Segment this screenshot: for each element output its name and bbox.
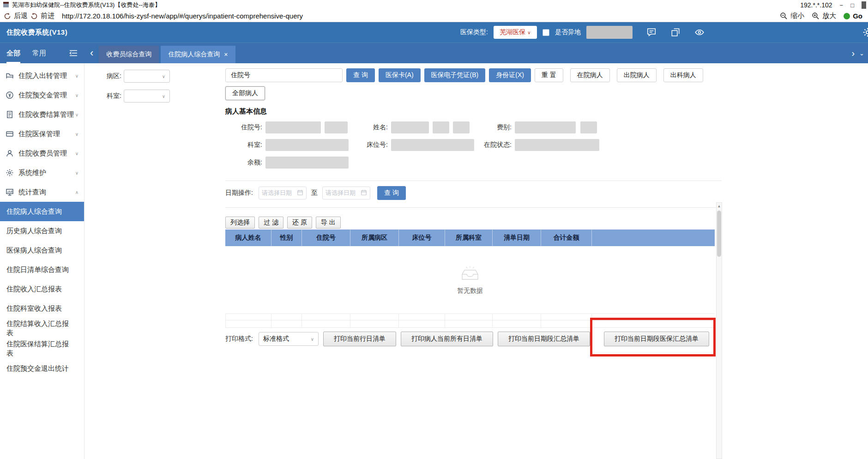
go-button[interactable]: Go	[853, 12, 862, 20]
zoom-out-icon[interactable]	[780, 12, 788, 20]
sidebar-subitem-insurance-settle-summary[interactable]: 住院医保结算汇总报表	[0, 338, 84, 359]
col-bed-no[interactable]: 床位号	[399, 230, 445, 246]
sidebar-item-statistics[interactable]: 统计查询 ∧	[0, 182, 84, 202]
col-ward[interactable]: 所属病区	[350, 230, 399, 246]
sidebar-subitem-daily-list-query[interactable]: 住院日清单综合查询	[0, 260, 84, 279]
e-voucher-button[interactable]: 医保电子凭证(B)	[424, 68, 486, 82]
gear-icon[interactable]	[862, 27, 868, 37]
sidebar-item-inout-transfer[interactable]: 住院入出转管理 ∨	[0, 66, 84, 85]
app-body: 住院入出转管理 ∨ 住院预交金管理 ∨ 住院收费结算管理 ∨ 住院医保管理 ∨ …	[0, 64, 868, 459]
sidebar-subitem-income-summary[interactable]: 住院收入汇总报表	[0, 279, 84, 299]
zoom-in-icon[interactable]	[812, 12, 820, 20]
sidebar-subitem-insurance-query[interactable]: 医保病人综合查询	[0, 241, 84, 260]
eye-icon[interactable]	[694, 27, 705, 37]
url-text[interactable]: http://172.20.18.106/his-zysf-new/app/#/…	[62, 12, 303, 20]
print-current-row-button[interactable]: 打印当前行日清单	[323, 332, 396, 346]
zoom-out-label[interactable]: 缩小	[790, 12, 804, 20]
dept-select[interactable]: ∨	[124, 90, 170, 103]
print-all-daily-lists-button[interactable]: 打印病人当前所有日清单	[401, 332, 493, 346]
user-icon	[6, 149, 14, 157]
restore-button[interactable]: 还 原	[287, 217, 312, 229]
sidebar-item-prepay[interactable]: 住院预交金管理 ∨	[0, 85, 84, 105]
insurance-type-label: 医保类型:	[460, 28, 488, 36]
collapse-panel-icon[interactable]: ‹	[84, 43, 99, 63]
sidebar-item-cashier-mgmt[interactable]: 住院收费员管理 ∨	[0, 144, 84, 163]
sidebar-subitem-dept-income[interactable]: 住院科室收入报表	[0, 299, 84, 318]
sidebar-subitem-history-query[interactable]: 历史病人综合查询	[0, 221, 84, 241]
export-button[interactable]: 导 出	[316, 217, 341, 229]
zoom-in-label[interactable]: 放大	[822, 12, 836, 20]
chevron-down-icon: ∨	[527, 30, 530, 35]
reset-button[interactable]: 重 置	[535, 68, 563, 82]
chevron-down-icon: ∨	[75, 112, 78, 117]
minimize-icon[interactable]: −	[840, 2, 844, 8]
windows-icon[interactable]	[670, 27, 681, 37]
sidebar-item-insurance[interactable]: 住院医保管理 ∨	[0, 124, 84, 144]
sidebar-subitem-settle-income-summary[interactable]: 住院结算收入汇总报表	[0, 318, 84, 338]
chevron-down-icon: ∨	[75, 73, 78, 79]
scrollbar-thumb[interactable]	[717, 211, 721, 257]
query-button[interactable]: 查 询	[346, 68, 375, 82]
start-date-input[interactable]: 请选择日期	[259, 187, 307, 199]
tab-inpatient-query[interactable]: 住院病人综合查询 ×	[161, 46, 235, 63]
message-icon[interactable]	[646, 27, 657, 37]
scroll-up-icon[interactable]: ▲	[717, 203, 722, 209]
close-tab-icon[interactable]: ×	[224, 51, 228, 58]
tabs-list-icon[interactable]: ⌄	[859, 50, 864, 57]
search-row: 住院号 查 询 医保卡(A) 医保电子凭证(B) 身份证(X) 重 置 在院病人…	[225, 68, 868, 82]
sidebar-item-label: 住院医保管理	[18, 130, 60, 139]
col-filler	[592, 230, 715, 246]
sidebar-subitem-prepay-exit-stats[interactable]: 住院预交金退出统计	[0, 359, 84, 378]
date-operation-label: 日期操作:	[225, 189, 259, 197]
window-edge-fragment	[862, 1, 866, 9]
out-dept-button[interactable]: 出科病人	[663, 68, 703, 82]
restore-icon[interactable]: □	[850, 2, 854, 8]
sidebar-item-label: 统计查询	[18, 188, 46, 197]
forward-button[interactable]: 前进	[41, 12, 54, 20]
sidebar-subitem-label: 住院预交金退出统计	[6, 364, 69, 373]
date-query-button[interactable]: 查 询	[377, 186, 406, 200]
print-format-select[interactable]: 标准格式 ∨	[259, 332, 319, 346]
inpatient-no-input[interactable]	[255, 69, 342, 82]
forward-icon[interactable]	[30, 12, 38, 20]
menu-toggle-icon[interactable]	[69, 49, 78, 57]
patient-info-title: 病人基本信息	[225, 107, 868, 116]
column-select-button[interactable]: 列选择	[225, 217, 255, 229]
all-patients-button[interactable]: 全部病人	[225, 86, 265, 100]
is-remote-checkbox[interactable]	[542, 29, 549, 36]
in-hospital-button[interactable]: 在院病人	[570, 68, 610, 82]
insurance-type-select[interactable]: 芜湖医保 ∨	[494, 26, 537, 39]
sidebar-subitem-label: 历史病人综合查询	[6, 226, 62, 236]
col-list-date[interactable]: 清单日期	[493, 230, 541, 246]
col-patient-name[interactable]: 病人姓名	[225, 230, 271, 246]
col-total-amount[interactable]: 合计金额	[541, 230, 592, 246]
sidebar-subitem-inpatient-query[interactable]: 住院病人综合查询	[0, 202, 84, 221]
back-icon[interactable]	[4, 12, 11, 20]
filter-button[interactable]: 过 滤	[259, 217, 283, 229]
insurance-card-button[interactable]: 医保卡(A)	[379, 68, 421, 82]
field-gender-value	[433, 121, 449, 133]
col-dept[interactable]: 所属科室	[445, 230, 493, 246]
end-date-input[interactable]: 请选择日期	[322, 187, 370, 199]
sidebar-item-charge-settle[interactable]: 住院收费结算管理 ∨	[0, 105, 84, 124]
field-status-value	[515, 139, 599, 151]
print-format-value: 标准格式	[263, 335, 289, 343]
sidebar-item-system-maintain[interactable]: 系统维护 ∨	[0, 163, 84, 182]
tabs-scroll-right-icon[interactable]: ›	[851, 48, 855, 59]
col-inpatient-no[interactable]: 住院号	[302, 230, 350, 246]
open-tabs: 收费员综合查询 住院病人综合查询 ×	[99, 43, 235, 63]
print-date-range-summary-button[interactable]: 打印当前日期段汇总清单	[498, 332, 590, 346]
col-gender[interactable]: 性别	[271, 230, 302, 246]
chevron-down-icon: ∨	[162, 94, 165, 99]
field-inpatient-no-value	[265, 121, 321, 133]
money-icon	[6, 91, 14, 99]
nav-tab-common[interactable]: 常用	[32, 43, 46, 63]
discharged-button[interactable]: 出院病人	[617, 68, 657, 82]
tab-cashier-query[interactable]: 收费员综合查询	[99, 46, 159, 63]
print-insurance-summary-button[interactable]: 打印当前日期段医保汇总清单	[604, 332, 709, 346]
id-card-button[interactable]: 身份证(X)	[489, 68, 531, 82]
back-button[interactable]: 后退	[14, 12, 28, 20]
ward-select[interactable]: ∨	[124, 70, 170, 83]
grid-scrollbar[interactable]: ▲	[716, 202, 722, 459]
nav-tab-all[interactable]: 全部	[6, 43, 20, 63]
